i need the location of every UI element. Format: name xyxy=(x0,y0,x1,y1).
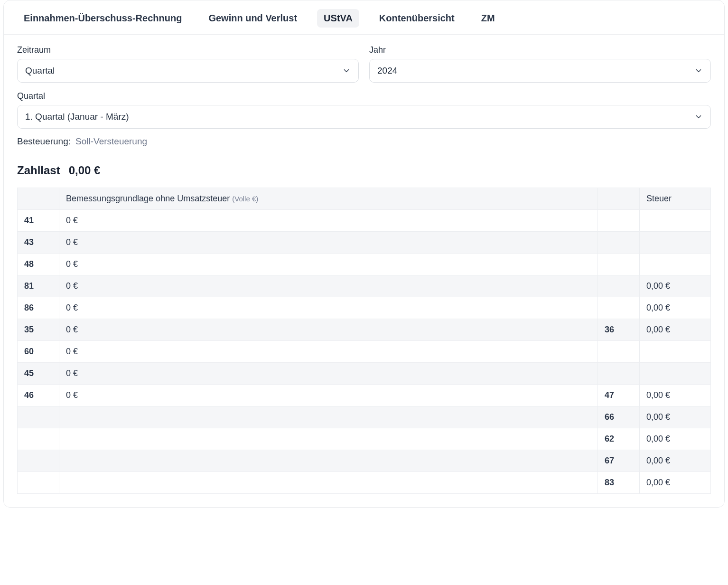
cell-tax xyxy=(640,341,711,363)
taxation-value: Soll-Versteuerung xyxy=(75,136,147,147)
col-code2 xyxy=(598,188,640,210)
chevron-down-icon xyxy=(694,113,703,121)
select-zeitraum-value: Quartal xyxy=(25,66,55,76)
cell-basis: 0 € xyxy=(59,210,598,232)
cell-tax xyxy=(640,363,711,385)
panel-body: Zeitraum Quartal Jahr 2024 Q xyxy=(4,35,724,507)
filters-row-1: Zeitraum Quartal Jahr 2024 xyxy=(17,45,711,83)
cell-tax: 0,00 € xyxy=(640,275,711,297)
field-zeitraum: Zeitraum Quartal xyxy=(17,45,359,83)
tab-konten[interactable]: Kontenübersicht xyxy=(373,9,461,28)
cell-basis xyxy=(59,406,598,428)
cell-basis: 0 € xyxy=(59,341,598,363)
cell-basis: 0 € xyxy=(59,254,598,275)
tab-euer[interactable]: Einnahmen-Überschuss-Rechnung xyxy=(17,9,188,28)
cell-tax: 0,00 € xyxy=(640,406,711,428)
zahllast-value: 0,00 € xyxy=(69,164,101,177)
cell-basis: 0 € xyxy=(59,275,598,297)
table-row: 480 € xyxy=(18,254,711,275)
cell-code: 86 xyxy=(18,297,59,319)
col-code xyxy=(18,188,59,210)
cell-code2 xyxy=(598,254,640,275)
cell-basis xyxy=(59,450,598,472)
cell-tax: 0,00 € xyxy=(640,450,711,472)
cell-basis: 0 € xyxy=(59,297,598,319)
col-basis-hint: (Volle €) xyxy=(232,195,258,203)
cell-code2 xyxy=(598,341,640,363)
cell-tax: 0,00 € xyxy=(640,472,711,494)
cell-code2 xyxy=(598,210,640,232)
cell-code: 35 xyxy=(18,319,59,341)
table-row: 430 € xyxy=(18,232,711,254)
cell-basis: 0 € xyxy=(59,385,598,406)
cell-code xyxy=(18,428,59,450)
tab-ustva[interactable]: UStVA xyxy=(317,9,359,28)
label-quartal: Quartal xyxy=(17,91,711,101)
select-quartal-value: 1. Quartal (Januar - März) xyxy=(25,112,129,122)
cell-code2: 83 xyxy=(598,472,640,494)
cell-code: 81 xyxy=(18,275,59,297)
table-row: 830,00 € xyxy=(18,472,711,494)
cell-code: 43 xyxy=(18,232,59,254)
cell-basis: 0 € xyxy=(59,319,598,341)
ustva-table: Bemessungsgrundlage ohne Umsatzsteuer (V… xyxy=(17,188,711,494)
taxation-label: Besteuerung: xyxy=(17,136,71,147)
table-row: 670,00 € xyxy=(18,450,711,472)
select-zeitraum[interactable]: Quartal xyxy=(17,59,359,83)
cell-code2 xyxy=(598,297,640,319)
table-row: 620,00 € xyxy=(18,428,711,450)
select-quartal[interactable]: 1. Quartal (Januar - März) xyxy=(17,105,711,129)
cell-code2 xyxy=(598,232,640,254)
cell-code xyxy=(18,472,59,494)
cell-code: 60 xyxy=(18,341,59,363)
cell-basis: 0 € xyxy=(59,232,598,254)
cell-code2: 66 xyxy=(598,406,640,428)
cell-code: 45 xyxy=(18,363,59,385)
cell-code: 46 xyxy=(18,385,59,406)
col-basis-label: Bemessungsgrundlage ohne Umsatzsteuer xyxy=(66,194,232,203)
table-row: 460 €470,00 € xyxy=(18,385,711,406)
col-basis: Bemessungsgrundlage ohne Umsatzsteuer (V… xyxy=(59,188,598,210)
table-body: 410 €430 €480 €810 €0,00 €860 €0,00 €350… xyxy=(18,210,711,494)
select-jahr-value: 2024 xyxy=(377,66,397,76)
cell-tax: 0,00 € xyxy=(640,319,711,341)
cell-code2 xyxy=(598,275,640,297)
cell-tax xyxy=(640,210,711,232)
col-steuer: Steuer xyxy=(640,188,711,210)
tab-bar: Einnahmen-Überschuss-Rechnung Gewinn und… xyxy=(4,0,724,35)
cell-tax: 0,00 € xyxy=(640,385,711,406)
tab-guv[interactable]: Gewinn und Verlust xyxy=(202,9,304,28)
table-row: 350 €360,00 € xyxy=(18,319,711,341)
cell-tax: 0,00 € xyxy=(640,428,711,450)
tab-zm[interactable]: ZM xyxy=(475,9,502,28)
label-zeitraum: Zeitraum xyxy=(17,45,359,55)
table-row: 410 € xyxy=(18,210,711,232)
chevron-down-icon xyxy=(342,66,351,75)
cell-code: 48 xyxy=(18,254,59,275)
select-jahr[interactable]: 2024 xyxy=(369,59,711,83)
cell-code2: 47 xyxy=(598,385,640,406)
cell-basis xyxy=(59,472,598,494)
label-jahr: Jahr xyxy=(369,45,711,55)
taxation-row: Besteuerung: Soll-Versteuerung xyxy=(17,136,711,147)
cell-code2 xyxy=(598,363,640,385)
table-row: 810 €0,00 € xyxy=(18,275,711,297)
cell-code xyxy=(18,406,59,428)
cell-code xyxy=(18,450,59,472)
cell-tax: 0,00 € xyxy=(640,297,711,319)
cell-code2: 67 xyxy=(598,450,640,472)
zahllast-row: Zahllast 0,00 € xyxy=(17,164,711,177)
table-row: 600 € xyxy=(18,341,711,363)
table-row: 660,00 € xyxy=(18,406,711,428)
cell-tax xyxy=(640,254,711,275)
chevron-down-icon xyxy=(694,66,703,75)
zahllast-label: Zahllast xyxy=(17,164,60,177)
cell-code2: 36 xyxy=(598,319,640,341)
table-row: 860 €0,00 € xyxy=(18,297,711,319)
cell-code: 41 xyxy=(18,210,59,232)
cell-code2: 62 xyxy=(598,428,640,450)
cell-basis xyxy=(59,428,598,450)
table-row: 450 € xyxy=(18,363,711,385)
cell-tax xyxy=(640,232,711,254)
cell-basis: 0 € xyxy=(59,363,598,385)
